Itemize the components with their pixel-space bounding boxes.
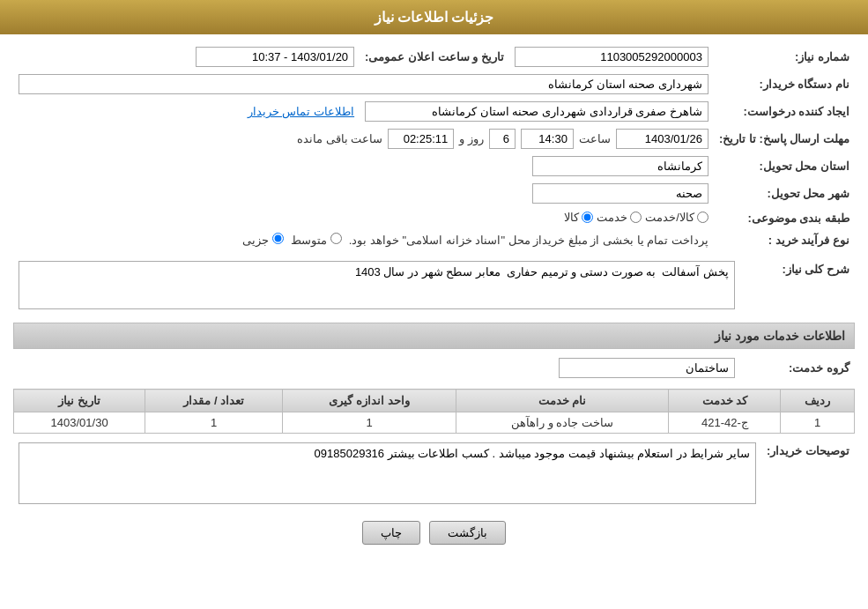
announce-date-label: تاریخ و ساعت اعلان عمومی: [360,43,509,71]
buyer-org-label: نام دستگاه خریدار: [714,71,855,98]
col-rownum: ردیف [781,390,855,412]
services-table-body: 1 ج-42-421 ساخت جاده و راهآهن 1 1 1403/0… [14,412,855,434]
page-header: جزئیات اطلاعات نیاز [0,0,868,34]
deadline-cell: ساعت روز و ساعت باقی مانده [13,125,714,152]
purchase-type-note: پرداخت تمام یا بخشی از مبلغ خریداز محل "… [349,234,708,247]
need-desc-row: شرح کلی نیاز: [13,257,855,316]
cell-service-code: ج-42-421 [669,412,781,434]
cell-quantity: 1 [145,412,283,434]
announce-date-cell [13,43,360,71]
service-group-input [559,358,735,378]
category-label-khedmat: خدمت [597,211,627,224]
service-group-row: گروه خدمت: [13,354,855,382]
services-table-header-row: ردیف کد خدمت نام خدمت واحد اندازه گیری ت… [14,390,855,412]
need-number-input [515,47,708,67]
remaining-time-input [388,129,454,149]
purchase-type-cell: پرداخت تمام یا بخشی از مبلغ خریداز محل "… [13,229,714,250]
province-label: استان محل تحویل: [714,152,855,180]
category-radio-khedmat[interactable] [630,212,642,223]
table-row: 1 ج-42-421 ساخت جاده و راهآهن 1 1 1403/0… [14,412,855,434]
button-container: بازگشت چاپ [13,521,855,545]
page-wrapper: جزئیات اطلاعات نیاز شماره نیاز: تاریخ و … [0,0,868,609]
need-number-label: شماره نیاز: [714,43,855,71]
category-radio-kala[interactable] [582,212,593,223]
need-desc-cell [13,257,740,316]
col-service-code: کد خدمت [669,390,781,412]
deadline-day-label: روز و [459,132,484,145]
category-label-kala: کالا [564,211,579,224]
purchase-type-option-jozi[interactable]: جزیی [242,233,284,247]
buyer-desc-cell [13,439,761,510]
services-table: ردیف کد خدمت نام خدمت واحد اندازه گیری ت… [13,389,855,434]
purchase-type-label-motavasset: متوسط [291,234,327,247]
buyer-desc-textarea [19,442,756,504]
purchase-type-option-motavasset[interactable]: متوسط [291,233,342,247]
col-need-date: تاریخ نیاز [14,390,145,412]
buyer-org-input [19,74,708,94]
city-label: شهر محل تحویل: [714,180,855,207]
purchase-type-label: نوع فرآیند خرید : [714,229,855,250]
deadline-flex: ساعت روز و ساعت باقی مانده [19,129,708,149]
cell-unit: 1 [283,412,456,434]
category-label: طبقه بندی موضوعی: [714,207,855,229]
need-desc-textarea [19,261,735,309]
need-number-row: شماره نیاز: تاریخ و ساعت اعلان عمومی: [13,43,855,71]
creator-link[interactable]: اطلاعات تماس خریدار [248,105,354,118]
category-option-kala[interactable]: کالا [564,211,593,224]
province-input [532,156,708,176]
city-cell [13,180,714,207]
category-row: طبقه بندی موضوعی: کالا/خدمت خدمت [13,207,855,229]
buyer-desc-row: توصیحات خریدار: [13,439,855,510]
cell-service-name: ساخت جاده و راهآهن [456,412,668,434]
category-label-kala-khedmat: کالا/خدمت [645,211,694,224]
need-desc-table: شرح کلی نیاز: [13,257,855,316]
category-radio-group: کالا/خدمت خدمت کالا [564,211,708,224]
city-row: شهر محل تحویل: [13,180,855,207]
buyer-org-cell [13,71,714,98]
creator-row: ایجاد کننده درخواست: اطلاعات تماس خریدار [13,98,855,125]
services-section-header: اطلاعات خدمات مورد نیاز [13,323,855,349]
services-table-header: ردیف کد خدمت نام خدمت واحد اندازه گیری ت… [14,390,855,412]
deadline-days-input [489,129,516,149]
print-button[interactable]: چاپ [362,521,420,545]
purchase-type-radio-jozi[interactable] [272,233,284,244]
deadline-time-label: ساعت [579,132,611,145]
deadline-date-input [616,129,708,149]
buyer-org-row: نام دستگاه خریدار: [13,71,855,98]
col-quantity: تعداد / مقدار [145,390,283,412]
creator-label: ایجاد کننده درخواست: [714,98,855,125]
category-option-khedmat[interactable]: خدمت [597,211,642,224]
category-option-kala-khedmat[interactable]: کالا/خدمت [645,211,708,224]
category-cell: کالا/خدمت خدمت کالا [13,207,714,229]
province-cell [13,152,714,180]
buyer-desc-label: توصیحات خریدار: [761,439,855,510]
cell-rownum: 1 [781,412,855,434]
creator-row-flex [365,101,708,122]
purchase-type-flex: پرداخت تمام یا بخشی از مبلغ خریداز محل "… [19,233,708,247]
announce-date-input [196,47,354,67]
deadline-time-input [521,129,574,149]
back-button[interactable]: بازگشت [429,521,506,545]
service-group-cell [13,354,740,382]
purchase-type-label-jozi: جزیی [242,234,269,247]
deadline-row: مهلت ارسال پاسخ: تا تاریخ: ساعت روز و سا… [13,125,855,152]
creator-cell [360,98,714,125]
need-desc-label: شرح کلی نیاز: [740,257,855,316]
province-row: استان محل تحویل: [13,152,855,180]
header-title: جزئیات اطلاعات نیاز [375,10,494,25]
deadline-label: مهلت ارسال پاسخ: تا تاریخ: [714,125,855,152]
col-service-name: نام خدمت [456,390,668,412]
remaining-time-label: ساعت باقی مانده [297,132,382,145]
city-input [532,183,708,204]
info-table: شماره نیاز: تاریخ و ساعت اعلان عمومی: نا… [13,43,855,250]
col-unit: واحد اندازه گیری [283,390,456,412]
need-number-cell [509,43,714,71]
purchase-type-row: نوع فرآیند خرید : پرداخت تمام یا بخشی از… [13,229,855,250]
purchase-type-radio-motavasset[interactable] [330,233,342,244]
service-group-table: گروه خدمت: [13,354,855,382]
category-radio-kala-khedmat[interactable] [697,212,708,223]
creator-link-cell: اطلاعات تماس خریدار [13,98,360,125]
main-content: شماره نیاز: تاریخ و ساعت اعلان عمومی: نا… [0,34,868,564]
cell-need-date: 1403/01/30 [14,412,145,434]
creator-input [365,101,708,122]
